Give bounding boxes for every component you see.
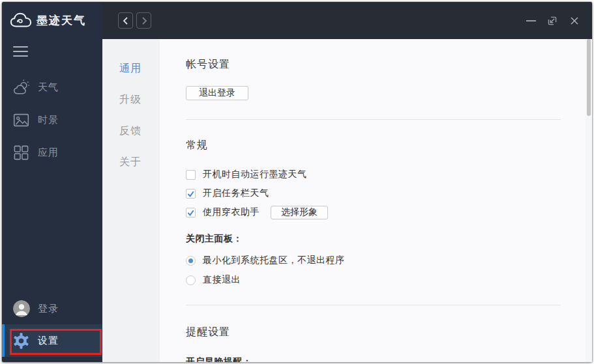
morning-evening-reminder-label: 开启早晚提醒： bbox=[186, 356, 252, 362]
option-row-exit-directly: 直接退出 bbox=[186, 271, 241, 289]
sidebar-item-apps[interactable]: 应用 bbox=[2, 136, 102, 169]
back-button[interactable] bbox=[118, 12, 133, 29]
settings-tab-about[interactable]: 关于 bbox=[102, 147, 160, 178]
gear-icon bbox=[12, 332, 30, 350]
close-icon bbox=[569, 15, 580, 27]
picture-icon bbox=[12, 111, 30, 129]
option-row-taskbar-weather: 开启任务栏天气 bbox=[186, 184, 269, 203]
section-divider bbox=[186, 305, 561, 305]
avatar-icon bbox=[12, 300, 30, 318]
sidebar-item-weather[interactable]: 天气 bbox=[2, 71, 102, 104]
sidebar-item-label: 时景 bbox=[38, 114, 59, 126]
autorun-checkbox[interactable] bbox=[186, 170, 196, 180]
settings-content: 帐号设置 退出登录 常规 开机时自动运行墨迹天气 开启任务栏天气 使用穿衣助手 … bbox=[160, 39, 592, 362]
app-window: 墨迹天气 天气 bbox=[2, 2, 592, 362]
sidebar-item-label: 设置 bbox=[38, 335, 59, 347]
sidebar-item-label: 应用 bbox=[38, 147, 59, 159]
reminder-section-title: 提醒设置 bbox=[186, 326, 230, 339]
sidebar-item-label: 天气 bbox=[38, 81, 59, 94]
choose-figure-button[interactable]: 选择形象 bbox=[271, 206, 328, 219]
minimize-button[interactable] bbox=[526, 20, 536, 21]
exit-directly-radio[interactable] bbox=[186, 275, 196, 285]
chevron-left-icon bbox=[121, 16, 130, 26]
sidebar: 墨迹天气 天气 bbox=[2, 2, 102, 362]
option-label: 开启任务栏天气 bbox=[203, 188, 269, 199]
settings-nav: 通用 升级 反馈 关于 bbox=[102, 39, 160, 362]
taskbar-weather-checkbox[interactable] bbox=[186, 189, 196, 199]
sidebar-item-label: 登录 bbox=[38, 303, 59, 315]
settings-tab-feedback[interactable]: 反馈 bbox=[102, 115, 160, 147]
maximize-button[interactable] bbox=[546, 15, 558, 27]
title-bar bbox=[102, 2, 592, 39]
grid-apps-icon bbox=[12, 144, 30, 161]
account-section-title: 帐号设置 bbox=[186, 58, 230, 72]
settings-tab-general[interactable]: 通用 bbox=[102, 53, 160, 84]
close-panel-label: 关闭主面板： bbox=[186, 233, 243, 245]
hamburger-menu-icon[interactable] bbox=[13, 46, 28, 57]
option-row-minimize-to-tray: 最小化到系统托盘区，不退出程序 bbox=[186, 251, 345, 270]
section-divider bbox=[186, 119, 561, 120]
scrollbar-track[interactable] bbox=[586, 39, 592, 362]
option-label: 直接退出 bbox=[203, 274, 241, 286]
sidebar-item-settings[interactable]: 设置 bbox=[2, 324, 113, 357]
settings-tab-upgrade[interactable]: 升级 bbox=[102, 84, 160, 115]
minimize-to-tray-radio[interactable] bbox=[186, 256, 196, 266]
check-icon bbox=[186, 189, 195, 198]
app-title: 墨迹天气 bbox=[37, 13, 86, 28]
active-indicator-bar bbox=[2, 324, 5, 357]
option-label: 开机时自动运行墨迹天气 bbox=[203, 169, 307, 180]
option-row-dress-assistant: 使用穿衣助手 选择形象 bbox=[186, 203, 328, 221]
close-button[interactable] bbox=[569, 15, 580, 27]
dress-assistant-checkbox[interactable] bbox=[186, 208, 196, 217]
moji-cloud-logo-icon bbox=[10, 12, 32, 29]
sun-cloud-icon bbox=[12, 79, 30, 96]
logout-button[interactable]: 退出登录 bbox=[186, 86, 248, 100]
maximize-arrow-icon bbox=[546, 15, 558, 27]
app-logo: 墨迹天气 bbox=[10, 12, 86, 29]
option-row-autorun: 开机时自动运行墨迹天气 bbox=[186, 165, 307, 184]
minimize-icon bbox=[526, 20, 536, 21]
scrollbar-thumb[interactable] bbox=[587, 39, 591, 116]
general-section-title: 常规 bbox=[186, 139, 208, 152]
sidebar-nav: 天气 时景 bbox=[2, 71, 102, 169]
sidebar-item-scenery[interactable]: 时景 bbox=[2, 104, 102, 136]
option-label: 使用穿衣助手 bbox=[203, 206, 260, 218]
option-label: 最小化到系统托盘区，不退出程序 bbox=[203, 255, 345, 266]
chevron-right-icon bbox=[140, 16, 149, 26]
window-controls bbox=[526, 2, 580, 39]
check-icon bbox=[186, 208, 195, 217]
forward-button[interactable] bbox=[136, 12, 151, 29]
sidebar-item-login[interactable]: 登录 bbox=[2, 292, 113, 325]
